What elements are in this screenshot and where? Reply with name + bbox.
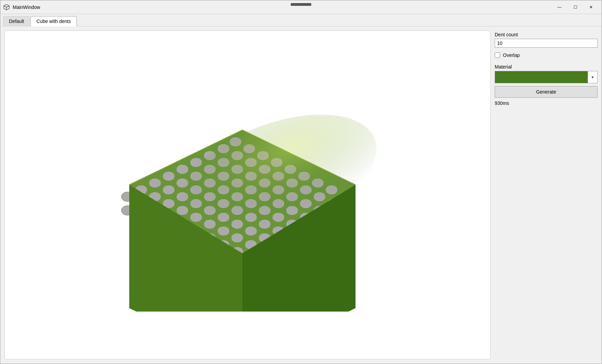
- material-label: Material: [495, 64, 598, 70]
- svg-point-55: [162, 171, 175, 181]
- tab-bar: Default Cube with dents: [0, 14, 602, 26]
- window-controls: — ☐ ✕: [552, 2, 599, 13]
- timing-display: 930ms: [495, 100, 598, 106]
- overlap-row: Overlap: [495, 50, 598, 60]
- svg-point-66: [162, 185, 175, 195]
- svg-point-45: [176, 165, 189, 174]
- content-area: Dent count Overlap Material ▼ Generate 9…: [0, 26, 602, 364]
- svg-line-1: [4, 6, 7, 7]
- dent-count-input[interactable]: [495, 39, 598, 48]
- svg-point-65: [149, 178, 161, 188]
- overlap-checkbox[interactable]: [495, 52, 500, 58]
- maximize-button[interactable]: ☐: [567, 2, 583, 13]
- viewport: [4, 31, 491, 360]
- svg-point-82: [231, 233, 243, 243]
- main-window: MainWindow — ☐ ✕ Default Cube with dents: [0, 0, 602, 364]
- title-bar: MainWindow — ☐ ✕: [0, 0, 602, 14]
- tab-cube-with-dents[interactable]: Cube with dents: [31, 16, 76, 26]
- window-title: MainWindow: [13, 4, 552, 10]
- svg-line-2: [7, 6, 9, 7]
- app-icon: [3, 4, 10, 11]
- close-button[interactable]: ✕: [583, 2, 599, 13]
- 3d-view: [5, 31, 490, 359]
- generate-button[interactable]: Generate: [495, 86, 598, 98]
- material-dropdown[interactable]: ▼: [495, 71, 598, 83]
- model-svg: [107, 78, 388, 312]
- material-color-bar: [495, 71, 588, 83]
- drag-indicator: [291, 3, 311, 6]
- sidebar: Dent count Overlap Material ▼ Generate 9…: [495, 31, 598, 360]
- material-group: Material ▼: [495, 64, 598, 83]
- minimize-button[interactable]: —: [552, 2, 567, 13]
- dent-count-label: Dent count: [495, 32, 598, 37]
- dent-count-group: Dent count: [495, 32, 598, 48]
- material-dropdown-arrow: ▼: [588, 71, 597, 83]
- overlap-label: Overlap: [503, 52, 520, 58]
- tab-default[interactable]: Default: [3, 16, 30, 26]
